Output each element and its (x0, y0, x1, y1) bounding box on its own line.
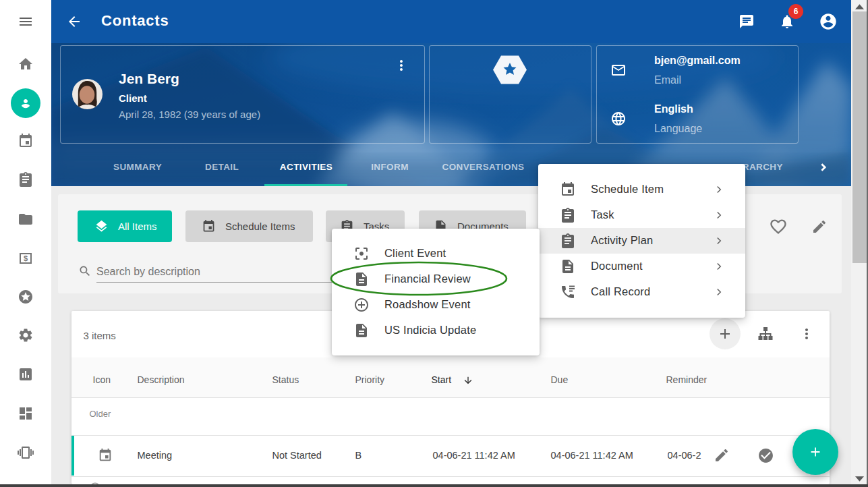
svg-text:$: $ (24, 254, 28, 262)
